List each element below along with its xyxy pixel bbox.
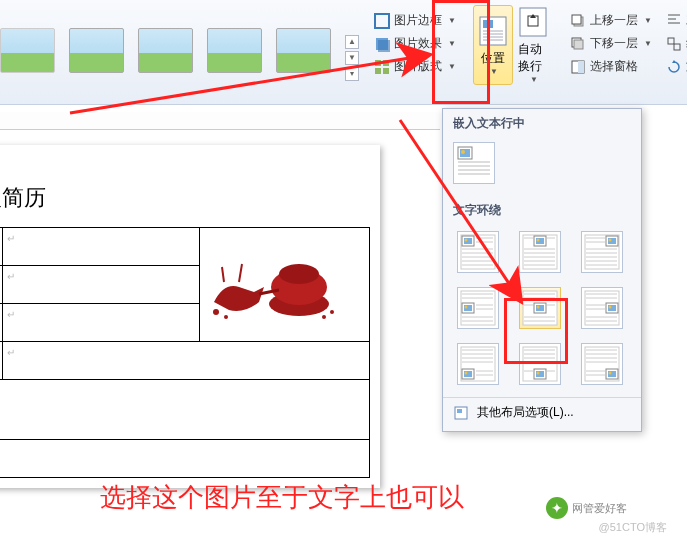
gallery-up[interactable]: ▲: [345, 35, 359, 49]
position-bottom-center[interactable]: [519, 343, 561, 385]
svg-point-87: [537, 306, 540, 309]
svg-rect-18: [574, 40, 583, 49]
selection-pane-label: 选择窗格: [590, 58, 638, 75]
gallery-down[interactable]: ▼: [345, 51, 359, 65]
image-cell[interactable]: [200, 228, 370, 342]
svg-point-28: [279, 264, 319, 284]
chevron-down-icon: ▼: [644, 16, 652, 25]
picture-effects-button[interactable]: 图片效果 ▼: [371, 34, 459, 53]
inserted-picture[interactable]: [204, 232, 339, 332]
position-inline-option[interactable]: [453, 142, 495, 184]
picture-styles-gallery[interactable]: ▲ ▼ ▾: [0, 5, 367, 81]
position-grid: [443, 223, 641, 397]
table-cell[interactable]: ↵: [2, 304, 199, 342]
picture-layout-label: 图片版式: [394, 58, 442, 75]
style-thumb-3[interactable]: [138, 28, 193, 73]
svg-point-44: [465, 239, 468, 242]
ribbon: ▲ ▼ ▾ 图片边框 ▼ 图片效果 ▼ 图片版式 ▼: [0, 0, 687, 105]
svg-rect-135: [457, 409, 462, 413]
svg-point-55: [537, 239, 540, 242]
table-cell[interactable]: [0, 440, 370, 478]
document-area: 人简历 ↵ ↵: [0, 145, 400, 488]
svg-point-30: [213, 309, 219, 315]
position-top-center[interactable]: [519, 231, 561, 273]
svg-rect-5: [375, 68, 381, 74]
wechat-icon: ✦: [546, 497, 568, 519]
svg-rect-0: [375, 14, 389, 28]
bring-forward-label: 上移一层: [590, 12, 638, 29]
style-thumb-1[interactable]: [0, 28, 55, 73]
arrange-group-2: 对 组 旋: [659, 5, 687, 82]
position-icon: [478, 15, 508, 47]
position-middle-center[interactable]: [519, 287, 561, 329]
horizontal-ruler[interactable]: [0, 112, 440, 130]
wrap-text-label: 自动换行: [518, 41, 548, 75]
svg-point-127: [609, 372, 612, 375]
svg-rect-3: [375, 60, 381, 66]
chevron-down-icon: ▼: [448, 16, 456, 25]
position-bottom-right[interactable]: [581, 343, 623, 385]
bring-forward-icon: [570, 13, 586, 29]
position-middle-right[interactable]: [581, 287, 623, 329]
group-icon: [666, 36, 682, 52]
table-cell[interactable]: ↵: [2, 266, 199, 304]
layout-options-icon: [453, 405, 469, 421]
chevron-down-icon: ▼: [644, 39, 652, 48]
picture-border-icon: [374, 13, 390, 29]
resume-table[interactable]: ↵ ↵: [0, 227, 370, 478]
gallery-scroll: ▲ ▼ ▾: [345, 20, 359, 81]
picture-layout-button[interactable]: 图片版式 ▼: [371, 57, 459, 76]
align-button[interactable]: 对: [663, 11, 687, 30]
picture-border-button[interactable]: 图片边框 ▼: [371, 11, 459, 30]
svg-rect-24: [668, 38, 674, 44]
svg-point-31: [224, 315, 228, 319]
svg-rect-13: [520, 8, 546, 36]
position-button[interactable]: 位置 ▼: [473, 5, 513, 85]
arrange-group: 上移一层 ▼ 下移一层 ▼ 选择窗格: [563, 5, 659, 82]
chevron-down-icon: ▼: [448, 62, 456, 71]
send-backward-icon: [570, 36, 586, 52]
more-layout-options[interactable]: 其他布局选项(L)...: [443, 397, 641, 427]
svg-rect-6: [383, 68, 389, 74]
send-backward-button[interactable]: 下移一层 ▼: [567, 34, 655, 53]
annotation-text: 选择这个图片至于文字上也可以: [100, 480, 464, 515]
svg-point-77: [465, 306, 468, 309]
position-top-right[interactable]: [581, 231, 623, 273]
bring-forward-button[interactable]: 上移一层 ▼: [567, 11, 655, 30]
dropdown-header-inline: 嵌入文本行中: [443, 109, 641, 136]
picture-border-label: 图片边框: [394, 12, 442, 29]
group-button[interactable]: 组: [663, 34, 687, 53]
style-thumb-5[interactable]: [276, 28, 331, 73]
style-thumb-2[interactable]: [69, 28, 124, 73]
chevron-down-icon: ▼: [448, 39, 456, 48]
chevron-down-icon: ▼: [490, 67, 498, 76]
svg-point-36: [461, 150, 465, 154]
dropdown-header-wrap: 文字环绕: [443, 196, 641, 223]
rotate-button[interactable]: 旋: [663, 57, 687, 76]
table-cell[interactable]: ↵: [2, 342, 369, 380]
svg-rect-8: [483, 20, 493, 28]
table-cell[interactable]: [0, 380, 370, 440]
svg-rect-4: [383, 60, 389, 66]
svg-rect-25: [674, 44, 680, 50]
svg-rect-2: [378, 40, 390, 52]
position-top-left[interactable]: [457, 231, 499, 273]
style-thumb-4[interactable]: [207, 28, 262, 73]
svg-point-117: [537, 372, 540, 375]
selection-pane-button[interactable]: 选择窗格: [567, 57, 655, 76]
picture-layout-icon: [374, 59, 390, 75]
document-title: 人简历: [0, 175, 370, 227]
wrap-text-button[interactable]: 自动换行 ▼: [513, 5, 553, 85]
picture-adjust-group: 图片边框 ▼ 图片效果 ▼ 图片版式 ▼: [367, 5, 463, 82]
svg-point-32: [322, 315, 326, 319]
svg-point-97: [609, 306, 612, 309]
position-label: 位置: [481, 50, 505, 67]
position-dropdown: 嵌入文本行中 文字环绕: [442, 108, 642, 432]
document-page[interactable]: 人简历 ↵ ↵: [0, 145, 380, 488]
position-bottom-left[interactable]: [457, 343, 499, 385]
position-middle-left[interactable]: [457, 287, 499, 329]
table-cell[interactable]: ↵: [2, 228, 199, 266]
picture-effects-label: 图片效果: [394, 35, 442, 52]
gallery-more[interactable]: ▾: [345, 67, 359, 81]
more-layout-label: 其他布局选项(L)...: [477, 404, 574, 421]
